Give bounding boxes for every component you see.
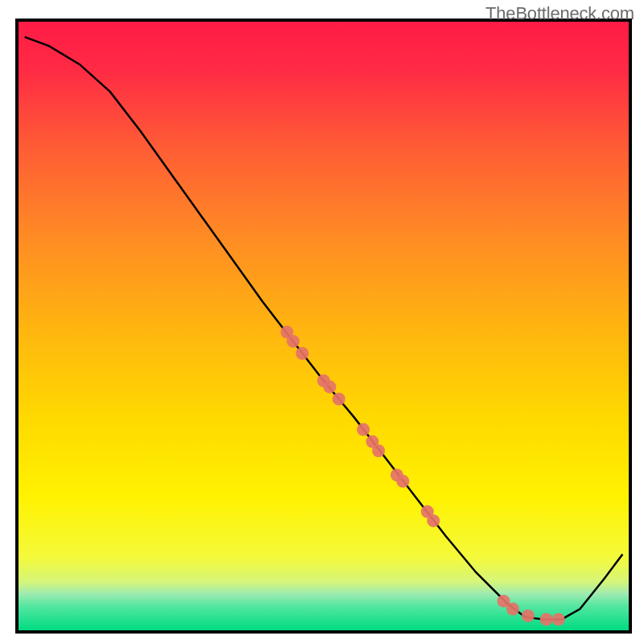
data-marker [324, 381, 336, 394]
data-marker [506, 603, 519, 616]
data-marker [287, 335, 299, 348]
data-marker [522, 609, 535, 622]
chart-container: TheBottleneck.com [0, 0, 644, 644]
data-marker [552, 613, 565, 625]
watermark-text: TheBottleneck.com [485, 3, 634, 24]
data-marker [540, 613, 553, 625]
data-marker [332, 393, 345, 406]
gradient-background [19, 22, 629, 630]
data-marker [296, 347, 309, 360]
data-marker [357, 423, 369, 436]
data-marker [397, 475, 410, 488]
data-marker [372, 444, 385, 457]
plot-area [17, 20, 630, 632]
data-marker [427, 514, 440, 527]
bottleneck-chart [0, 0, 644, 644]
